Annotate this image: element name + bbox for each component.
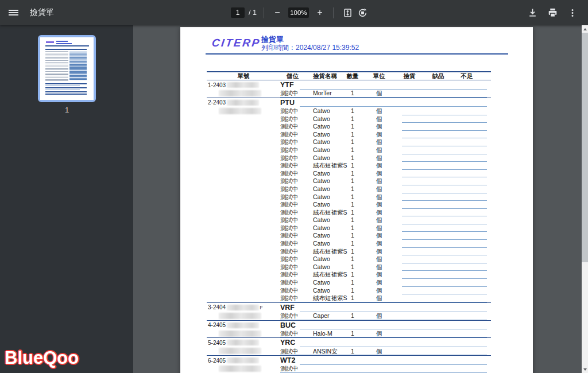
order-number-line1: 1-2403 [208,81,280,88]
order-prefix: 3-2404 [208,304,226,310]
item-row: 測試中Catwo1個 [207,240,491,248]
scroll-up-button[interactable] [582,25,588,33]
scroll-down-button[interactable] [582,366,588,373]
redacted-text [219,366,261,372]
menu-button[interactable] [0,0,26,25]
item-status: 測試中 [280,185,313,193]
item-unit: 個 [363,279,395,287]
vertical-scrollbar[interactable] [582,25,588,373]
toolbar-right [525,0,580,25]
column-header: 不足 [452,72,481,80]
redacted-text [227,340,259,345]
item-name: Catwo [313,138,342,146]
item-name [313,365,342,373]
order-group: 3-2404FVRF測試中Caper1個 [207,303,491,321]
order-prefix: 4-2405 [208,322,226,328]
item-unit: 個 [363,138,395,146]
item-status: 測試中 [280,170,313,178]
item-row: 測試中Catwo1個 [207,224,491,232]
table-header-row: 單號儲位撿貨名稱數量單位撿貨缺品不足 [207,72,491,80]
order-number: 4-2405 [208,322,280,337]
redacted-text [227,305,259,310]
item-qty: 1 [342,279,363,287]
item-qty: 1 [342,177,363,185]
column-header: 撿貨 [395,72,424,80]
item-name: 絨布短裙紫S [313,248,342,256]
column-header: 儲位 [280,72,313,80]
print-button[interactable] [545,5,560,21]
pdf-toolbar: 撿貨單 / 1 − 100% + [0,0,588,25]
page-thumbnail[interactable] [38,35,96,102]
order-prefix: 2-2403 [208,99,226,106]
item-unit: 個 [363,131,395,139]
item-status: 測試中 [280,248,313,256]
rotate-button[interactable] [355,5,370,21]
zoom-out-button[interactable]: − [271,6,284,20]
download-button[interactable] [525,5,540,21]
page-number-input[interactable] [231,7,245,18]
more-options-button[interactable] [565,5,580,21]
document-title: 撿貨單 [30,7,54,18]
redacted-text [219,348,261,354]
column-header: 單位 [363,72,395,80]
location-code: WT2 [280,356,295,365]
item-unit: 個 [363,255,395,263]
thumbnail-sidebar: 1 BlueQoo [0,25,133,373]
scrollbar-thumb[interactable] [582,33,588,262]
item-row: 測試中Catwo1個 [207,138,491,146]
item-row: 測試中絨布短裙紫S1個 [207,294,491,302]
redacted-text [227,323,259,328]
item-name: Catwo [313,201,342,209]
item-status: 測試中 [280,224,313,232]
item-status: 測試中 [280,193,313,201]
item-qty: 1 [342,224,363,232]
pdf-viewport[interactable]: CITERP 撿貨單 列印時間：2024/08/27 15:39:52 單號儲位… [133,25,582,373]
fill-in-line [280,302,487,302]
item-name: 絨布短裙紫S [313,294,342,302]
redacted-text [219,313,261,319]
thumbnail-page-number: 1 [38,106,96,114]
item-unit: 個 [363,312,395,320]
item-qty: 1 [342,209,363,217]
toolbar-left: 撿貨單 [0,0,54,25]
item-qty: 1 [342,115,363,123]
zoom-level-input[interactable]: 100% [288,7,309,18]
item-qty: 1 [342,90,363,98]
item-status: 測試中 [280,154,313,162]
item-name: Catwo [313,287,342,295]
item-status: 測試中 [280,162,313,170]
arrow-up-icon [583,28,587,30]
item-row: 測試中絨布短裙紫S1個 [207,162,491,170]
item-row: 測試中Catwo1個 [207,185,491,193]
item-name: Catwo [313,185,342,193]
item-unit: 個 [363,201,395,209]
item-unit: 個 [363,185,395,193]
fit-to-page-button[interactable] [341,5,355,21]
redacted-text [227,82,259,88]
order-group: 6-2405WT2測試中 [207,356,491,373]
order-prefix: 5-2405 [208,340,226,346]
column-header: 單號 [207,72,280,80]
item-unit: 個 [363,232,395,240]
order-number: 6-2405 [208,357,280,372]
item-row: 測試中Catwo1個 [207,177,491,185]
item-status: 測試中 [280,255,313,263]
item-qty: 1 [342,240,363,248]
location-code: YTF [280,80,294,90]
redacted-text [219,90,261,96]
item-qty: 1 [342,271,363,279]
item-qty: 1 [342,123,363,131]
order-prefix: 1-2403 [208,82,226,88]
item-unit [363,365,395,373]
fill-in-line [280,320,487,320]
item-status: 測試中 [280,201,313,209]
item-unit: 個 [363,263,395,271]
fit-page-icon [343,8,353,18]
item-row: 測試中絨布短裙紫S1個 [207,248,491,256]
zoom-in-button[interactable]: + [314,6,326,20]
order-number-line1: 3-2404F [208,304,280,311]
location-code: YRC [280,338,295,347]
redacted-text [219,108,261,114]
erp-logo: CITERP [211,37,261,49]
item-status: 測試中 [280,123,313,131]
